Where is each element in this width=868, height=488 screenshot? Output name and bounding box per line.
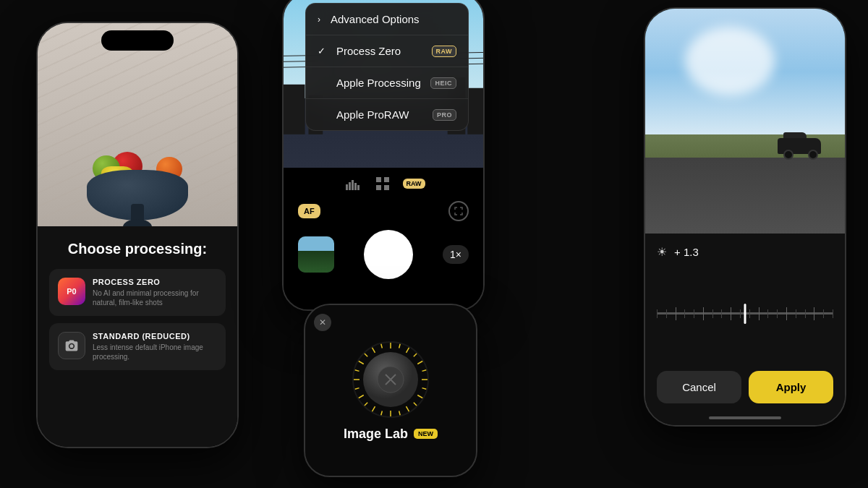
tick bbox=[684, 309, 685, 318]
phone-center-top: › Advanced Options ✓ Process Zero RAW Ap… bbox=[282, 0, 485, 311]
tick bbox=[833, 309, 833, 318]
svg-line-24 bbox=[414, 353, 417, 356]
standard-name: STANDARD (REDUCED) bbox=[93, 332, 217, 341]
p0-desc: No AI and minimal processing for natural… bbox=[93, 288, 217, 307]
processing-item-standard[interactable]: STANDARD (REDUCED) Less intense default … bbox=[49, 323, 226, 370]
shutter-row: 1× bbox=[284, 230, 483, 279]
svg-line-28 bbox=[422, 388, 426, 389]
svg-line-44 bbox=[381, 343, 383, 348]
p0-icon: P0 bbox=[58, 278, 85, 305]
tick bbox=[805, 309, 806, 318]
svg-rect-18 bbox=[376, 185, 381, 190]
camera-preview: › Advanced Options ✓ Process Zero RAW Ap… bbox=[284, 0, 483, 168]
tick-major bbox=[759, 307, 760, 320]
checkmark-icon: ✓ bbox=[318, 46, 329, 56]
jeep-wheel-front bbox=[808, 150, 818, 160]
jeep bbox=[778, 138, 821, 160]
standard-text: STANDARD (REDUCED) Less intense default … bbox=[93, 332, 217, 361]
slider-container[interactable] bbox=[657, 267, 833, 359]
svg-rect-17 bbox=[384, 177, 389, 182]
tick bbox=[657, 309, 658, 318]
dropdown-item-apple-proraw[interactable]: Apple ProRAW PRO bbox=[306, 98, 468, 130]
jeep-wheel-rear bbox=[783, 150, 793, 160]
dropdown-menu: › Advanced Options ✓ Process Zero RAW Ap… bbox=[305, 3, 469, 131]
processing-item-p0[interactable]: P0 PROCESS ZERO No AI and minimal proces… bbox=[49, 269, 226, 316]
phone-center-top-screen: › Advanced Options ✓ Process Zero RAW Ap… bbox=[284, 0, 483, 309]
tick bbox=[796, 309, 796, 318]
brightness-value: + 1.3 bbox=[674, 246, 699, 258]
shutter-button[interactable] bbox=[364, 230, 413, 279]
tick bbox=[740, 309, 741, 318]
tick bbox=[777, 309, 778, 318]
svg-line-34 bbox=[381, 411, 383, 415]
pro-badge: PRO bbox=[433, 109, 456, 121]
slider-thumb bbox=[744, 304, 746, 324]
svg-line-40 bbox=[355, 369, 359, 371]
focus-icon[interactable] bbox=[448, 201, 469, 221]
imagelab-title: Image Lab bbox=[344, 427, 408, 442]
af-badge[interactable]: AF bbox=[298, 204, 320, 218]
tick-major bbox=[703, 307, 704, 320]
svg-line-35 bbox=[373, 406, 375, 411]
zoom-badge[interactable]: 1× bbox=[443, 245, 469, 264]
p0-name: PROCESS ZERO bbox=[93, 278, 217, 286]
apply-button[interactable]: Apply bbox=[749, 371, 833, 403]
raw-mode-badge[interactable]: RAW bbox=[403, 179, 425, 189]
tick-major bbox=[814, 307, 814, 320]
process-zero-label: Process Zero bbox=[336, 45, 425, 57]
brightness-icon: ☀ bbox=[657, 245, 667, 259]
phone-right: ☀ + 1.3 bbox=[644, 7, 846, 427]
svg-line-26 bbox=[422, 369, 426, 371]
cancel-button[interactable]: Cancel bbox=[657, 371, 741, 403]
mode-bar: RAW bbox=[342, 174, 425, 194]
svg-rect-14 bbox=[354, 183, 357, 190]
brightness-row: ☀ + 1.3 bbox=[657, 245, 833, 259]
tick-major bbox=[676, 307, 676, 320]
second-row: AF bbox=[284, 201, 483, 221]
svg-line-43 bbox=[373, 347, 375, 352]
editor-controls: ☀ + 1.3 bbox=[645, 234, 845, 425]
svg-line-42 bbox=[365, 353, 367, 356]
editor-buttons: Cancel Apply bbox=[657, 371, 833, 403]
dropdown-item-advanced[interactable]: › Advanced Options bbox=[306, 4, 468, 35]
phone-left: Choose processing: P0 PROCESS ZERO No AI… bbox=[36, 22, 239, 448]
svg-rect-13 bbox=[352, 180, 354, 190]
processing-title: Choose processing: bbox=[49, 241, 226, 257]
svg-line-41 bbox=[359, 361, 364, 364]
close-button[interactable]: ✕ bbox=[314, 314, 331, 331]
tick bbox=[823, 309, 824, 318]
heic-badge: HEIC bbox=[430, 77, 456, 89]
imagelab-screen: ✕ bbox=[305, 305, 476, 476]
svg-line-23 bbox=[407, 347, 409, 352]
apple-processing-label: Apple Processing bbox=[336, 77, 423, 89]
svg-rect-16 bbox=[376, 177, 381, 182]
svg-rect-10 bbox=[467, 88, 483, 134]
thumbnail[interactable] bbox=[298, 236, 334, 273]
phone-left-screen: Choose processing: P0 PROCESS ZERO No AI… bbox=[38, 23, 237, 447]
camera-controls: RAW AF 1× bbox=[284, 168, 483, 309]
svg-rect-19 bbox=[384, 185, 389, 190]
landscape-photo bbox=[645, 9, 845, 238]
svg-line-29 bbox=[417, 395, 422, 398]
svg-line-22 bbox=[399, 343, 401, 348]
p0-text: PROCESS ZERO No AI and minimal processin… bbox=[93, 278, 217, 307]
svg-rect-15 bbox=[357, 185, 359, 190]
histogram-icon[interactable] bbox=[342, 174, 362, 194]
raw-badge: RAW bbox=[432, 46, 457, 57]
bowl-container bbox=[80, 141, 195, 235]
landscape-clouds bbox=[685, 27, 775, 95]
apple-proraw-label: Apple ProRAW bbox=[336, 108, 425, 121]
camera-icon bbox=[58, 332, 85, 359]
slider-track[interactable] bbox=[657, 312, 833, 314]
svg-rect-11 bbox=[346, 184, 348, 190]
svg-rect-12 bbox=[349, 182, 351, 190]
dropdown-item-process-zero[interactable]: ✓ Process Zero RAW bbox=[306, 35, 468, 67]
grid-icon[interactable] bbox=[373, 174, 393, 194]
tick-major bbox=[786, 307, 787, 320]
standard-desc: Less intense default iPhone image proces… bbox=[93, 343, 217, 361]
dropdown-item-apple-processing[interactable]: Apple Processing HEIC bbox=[306, 67, 468, 98]
landscape-road bbox=[645, 158, 845, 238]
dial-container bbox=[351, 340, 430, 419]
tick bbox=[749, 309, 750, 318]
svg-line-38 bbox=[355, 388, 359, 389]
